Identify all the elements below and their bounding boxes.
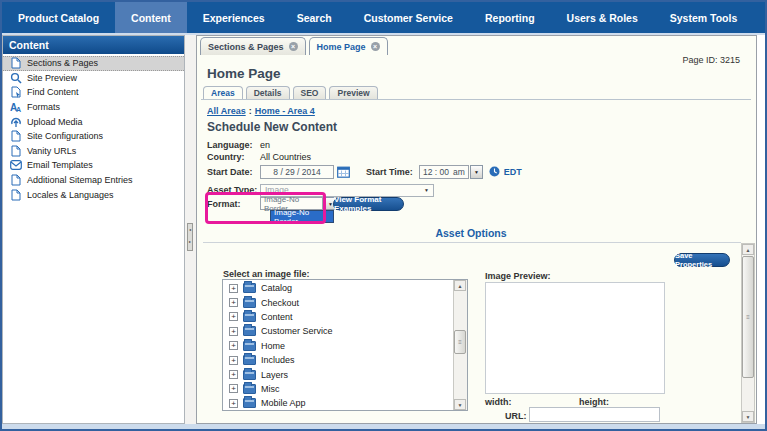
sidebar-item-formats[interactable]: AA Formats (3, 100, 184, 115)
tree-item-home[interactable]: Home (223, 339, 453, 353)
sidebar-item-label: Vanity URLs (27, 146, 76, 156)
asset-options-scrollbar[interactable] (741, 243, 755, 423)
folder-icon (243, 341, 256, 351)
nav-item-experiences[interactable]: Experiences (187, 2, 281, 33)
expand-icon[interactable] (229, 384, 238, 393)
app-window: Product Catalog Content Experiences Sear… (0, 0, 767, 431)
calendar-icon[interactable] (337, 166, 350, 178)
tree-item-mobile-app[interactable]: Mobile App (223, 396, 453, 410)
expand-icon[interactable] (229, 327, 238, 336)
tree-item-customer-service[interactable]: Customer Service (223, 324, 453, 338)
document-tabs: Sections & Pages Home Page (200, 37, 388, 55)
expand-icon[interactable] (229, 356, 238, 365)
scrollbar-thumb[interactable] (742, 256, 754, 378)
country-row: Country: All Countries (207, 152, 311, 162)
close-icon[interactable] (371, 42, 380, 51)
asset-type-value: Image (265, 185, 289, 195)
folder-label: Includes (261, 355, 295, 365)
view-format-examples-button[interactable]: View Format Examples (333, 197, 404, 211)
tree-rows: Catalog Checkout Content Customer Servic… (223, 281, 453, 411)
window-bottom-strip (2, 424, 765, 429)
start-date-input[interactable]: 8 / 29 / 2014 (260, 165, 334, 179)
expand-icon[interactable] (229, 341, 238, 350)
tab-areas[interactable]: Areas (203, 86, 243, 99)
expand-icon[interactable] (229, 399, 238, 408)
expand-icon[interactable] (229, 298, 238, 307)
tab-seo[interactable]: SEO (293, 86, 327, 99)
panel-splitter[interactable] (185, 35, 196, 424)
close-icon[interactable] (289, 42, 298, 51)
folder-icon (243, 283, 256, 293)
nav-item-customer-service[interactable]: Customer Service (348, 2, 469, 33)
sidebar-item-sections-pages[interactable]: Sections & Pages (3, 56, 184, 71)
country-label: Country: (207, 152, 260, 162)
tree-item-misc[interactable]: Misc (223, 382, 453, 396)
nav-item-users-roles[interactable]: Users & Roles (551, 2, 654, 33)
scroll-down-icon[interactable] (454, 399, 466, 410)
expand-icon[interactable] (229, 312, 238, 321)
start-time-value: 12 : 00 (423, 167, 449, 177)
tab-sections-pages[interactable]: Sections & Pages (200, 37, 306, 55)
url-input[interactable] (529, 407, 660, 422)
scroll-down-icon[interactable] (742, 411, 754, 422)
sidebar-item-email-templates[interactable]: Email Templates (3, 158, 184, 173)
scroll-up-icon[interactable] (742, 244, 754, 255)
folder-label: Customer Service (261, 326, 333, 336)
sidebar-item-vanity-urls[interactable]: Vanity URLs (3, 144, 184, 159)
tab-details[interactable]: Details (246, 86, 290, 99)
tab-preview[interactable]: Preview (329, 86, 377, 99)
clock-icon (489, 166, 500, 177)
folder-icon (243, 326, 256, 336)
height-label: height: (579, 397, 609, 407)
scrollbar-thumb[interactable] (454, 330, 466, 354)
breadcrumb-area-link[interactable]: Home - Area 4 (255, 106, 315, 116)
tree-scrollbar[interactable] (453, 280, 467, 410)
format-label: Format: (207, 199, 260, 209)
sidebar-item-locales-languages[interactable]: Locales & Languages (3, 187, 184, 202)
nav-item-search[interactable]: Search (281, 2, 348, 33)
sidebar-item-additional-sitemap-entries[interactable]: Additional Sitemap Entries (3, 173, 184, 188)
nav-item-system-tools[interactable]: System Tools (654, 2, 754, 33)
format-row: Format: Image-No Border Image-No Border (207, 197, 337, 210)
language-value: en (260, 140, 270, 150)
upload-icon (10, 116, 22, 128)
asset-options-heading: Asset Options (197, 227, 745, 239)
sidebar-item-site-configurations[interactable]: Site Configurations (3, 129, 184, 144)
tree-item-checkout[interactable]: Checkout (223, 295, 453, 309)
sidebar-item-label: Find Content (27, 87, 79, 97)
document-icon (10, 189, 22, 201)
sub-tabs: Areas Details SEO Preview (201, 86, 751, 100)
asset-options-divider (203, 242, 741, 243)
scroll-up-icon[interactable] (454, 280, 466, 291)
breadcrumb-separator: : (249, 106, 252, 116)
splitter-handle[interactable] (187, 223, 193, 251)
tree-item-content[interactable]: Content (223, 310, 453, 324)
tree-item-catalog[interactable]: Catalog (223, 281, 453, 295)
tab-home-page[interactable]: Home Page (309, 37, 388, 55)
sidebar-item-label: Upload Media (27, 117, 83, 127)
page-id: Page ID: 3215 (682, 55, 740, 65)
url-label: URL: (505, 411, 527, 421)
page-title: Home Page (207, 66, 281, 81)
save-properties-button[interactable]: Save Properties (674, 253, 730, 267)
sidebar-item-find-content[interactable]: Find Content (3, 85, 184, 100)
time-dropdown-button[interactable] (470, 165, 483, 179)
expand-icon[interactable] (229, 370, 238, 379)
nav-item-content[interactable]: Content (115, 2, 187, 33)
document-icon (10, 174, 22, 186)
sidebar-item-upload-media[interactable]: Upload Media (3, 114, 184, 129)
tree-item-includes[interactable]: Includes (223, 353, 453, 367)
nav-item-reporting[interactable]: Reporting (469, 2, 551, 33)
nav-item-product-catalog[interactable]: Product Catalog (2, 2, 115, 33)
sidebar-title: Content (3, 36, 184, 54)
tree-item-layers[interactable]: Layers (223, 367, 453, 381)
start-time-input[interactable]: 12 : 00 am (419, 165, 469, 179)
folder-icon (243, 398, 256, 408)
expand-icon[interactable] (229, 284, 238, 293)
breadcrumb-all-areas-link[interactable]: All Areas (207, 106, 246, 116)
sidebar-item-site-preview[interactable]: Site Preview (3, 71, 184, 86)
format-option-selected[interactable]: Image-No Border (271, 211, 333, 222)
asset-type-label: Asset Type: (207, 185, 260, 195)
folder-icon (243, 384, 256, 394)
search-icon (10, 72, 22, 84)
